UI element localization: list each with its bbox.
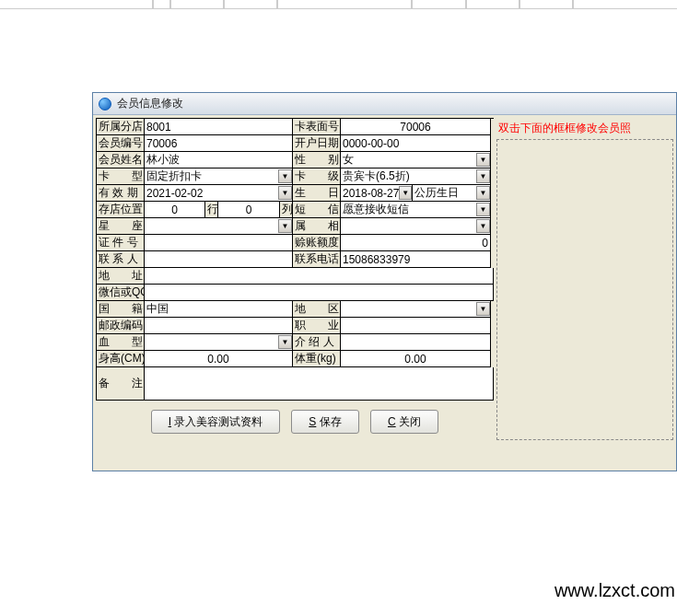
label-zh-zodiac: 属 相 (293, 218, 341, 235)
photo-hint: 双击下面的框框修改会员照 (496, 118, 673, 139)
label-validto: 有 效 期 (97, 185, 145, 202)
label-sms: 短 信 (293, 202, 341, 218)
chevron-down-icon[interactable]: ▼ (278, 169, 292, 183)
value-cardface[interactable]: 70006 (341, 119, 491, 135)
value-storepos[interactable]: 0 (145, 202, 205, 218)
value-birthtype[interactable]: 公历生日 ▼ (413, 185, 491, 202)
chevron-down-icon[interactable]: ▼ (476, 219, 490, 233)
label-contact: 联 系 人 (97, 251, 145, 268)
label-address: 地 址 (97, 268, 145, 285)
label-postcode: 邮政编码 (97, 318, 145, 334)
chevron-down-icon[interactable]: ▼ (476, 153, 490, 167)
title-text: 会员信息修改 (117, 96, 183, 111)
value-creditlimit[interactable]: 0 (341, 235, 491, 251)
chevron-down-icon[interactable]: ▼ (278, 219, 292, 233)
value-cardlevel[interactable]: 贵宾卡(6.5折) ▼ (341, 169, 491, 185)
watermark: www.lzxct.com (554, 580, 675, 601)
label-birthday: 生 日 (293, 185, 341, 202)
member-edit-dialog: 会员信息修改 所属分店 8001 卡表面号 70006 会员编号 70006 开… (92, 92, 677, 471)
label-branch: 所属分店 (97, 119, 145, 135)
app-icon (99, 98, 111, 110)
value-sms[interactable]: 愿意接收短信 ▼ (341, 202, 491, 218)
chevron-down-icon[interactable]: ▼ (476, 203, 490, 216)
value-memberno[interactable]: 70006 (145, 135, 293, 152)
value-gender[interactable]: 女 ▼ (341, 152, 491, 169)
value-postcode[interactable] (145, 318, 293, 334)
value-branch[interactable]: 8001 (145, 119, 293, 135)
label-col: 列 (280, 202, 293, 218)
label-name: 会员姓名 (97, 152, 145, 169)
titlebar[interactable]: 会员信息修改 (93, 93, 676, 115)
label-region: 地 区 (293, 301, 341, 318)
chevron-down-icon[interactable]: ▼ (399, 186, 412, 200)
value-weight[interactable]: 0.00 (341, 351, 491, 367)
label-cardtype: 卡 型 (97, 169, 145, 185)
value-opendate[interactable]: 0000-00-00 (341, 135, 491, 152)
value-storerow[interactable]: 0 (218, 202, 280, 218)
value-bloodtype[interactable]: ▼ (145, 334, 293, 351)
chevron-down-icon[interactable]: ▼ (476, 302, 490, 316)
label-bloodtype: 血 型 (97, 334, 145, 351)
label-opendate: 开户日期 (293, 135, 341, 152)
value-phone[interactable]: 15086833979 (341, 251, 491, 268)
value-referrer[interactable] (341, 334, 491, 351)
label-storepos: 存店位置 (97, 202, 145, 218)
close-button[interactable]: C 关闭 (370, 410, 438, 434)
label-zodiac: 星 座 (97, 218, 145, 235)
label-gender: 性 别 (293, 152, 341, 169)
label-cardface: 卡表面号 (293, 119, 341, 135)
form-grid: 所属分店 8001 卡表面号 70006 会员编号 70006 开户日期 000… (96, 118, 494, 401)
photo-box[interactable] (496, 139, 673, 440)
photo-panel: 双击下面的框框修改会员照 (496, 118, 673, 468)
label-occupation: 职 业 (293, 318, 341, 334)
value-cardtype[interactable]: 固定折扣卡 ▼ (145, 169, 293, 185)
value-birthday[interactable]: 2018-08-27 ▼ (341, 185, 413, 202)
value-address[interactable] (145, 268, 494, 285)
beauty-data-button[interactable]: I 录入美容测试资料 (151, 410, 280, 434)
value-zh-zodiac[interactable]: ▼ (341, 218, 491, 235)
value-wechat[interactable] (145, 285, 494, 301)
top-border (0, 0, 677, 9)
label-idno: 证 件 号 (97, 235, 145, 251)
value-idno[interactable] (145, 235, 293, 251)
chevron-down-icon[interactable]: ▼ (278, 186, 292, 200)
value-name[interactable]: 林小波 (145, 152, 293, 169)
button-row: I 录入美容测试资料 S 保存 C 关闭 (96, 401, 494, 445)
label-remark: 备 注 (97, 367, 145, 401)
label-height: 身高(CM) (97, 351, 145, 367)
label-wechat: 微信或QQ (97, 285, 145, 301)
label-referrer: 介 绍 人 (293, 334, 341, 351)
label-nationality: 国 籍 (97, 301, 145, 318)
value-remark[interactable] (145, 367, 494, 401)
value-nationality[interactable]: 中国 (145, 301, 293, 318)
label-cardlevel: 卡 级 (293, 169, 341, 185)
label-phone: 联系电话 (293, 251, 341, 268)
chevron-down-icon[interactable]: ▼ (476, 186, 490, 200)
value-height[interactable]: 0.00 (145, 351, 293, 367)
value-contact[interactable] (145, 251, 293, 268)
value-region[interactable]: ▼ (341, 301, 491, 318)
save-button[interactable]: S 保存 (291, 410, 359, 434)
label-row: 行 (205, 202, 218, 218)
label-memberno: 会员编号 (97, 135, 145, 152)
value-zodiac[interactable]: ▼ (145, 218, 293, 235)
label-creditlimit: 赊账额度 (293, 235, 341, 251)
chevron-down-icon[interactable]: ▼ (476, 169, 490, 183)
label-weight: 体重(kg) (293, 351, 341, 367)
value-validto[interactable]: 2021-02-02 ▼ (145, 185, 293, 202)
value-occupation[interactable] (341, 318, 491, 334)
chevron-down-icon[interactable]: ▼ (278, 335, 292, 349)
